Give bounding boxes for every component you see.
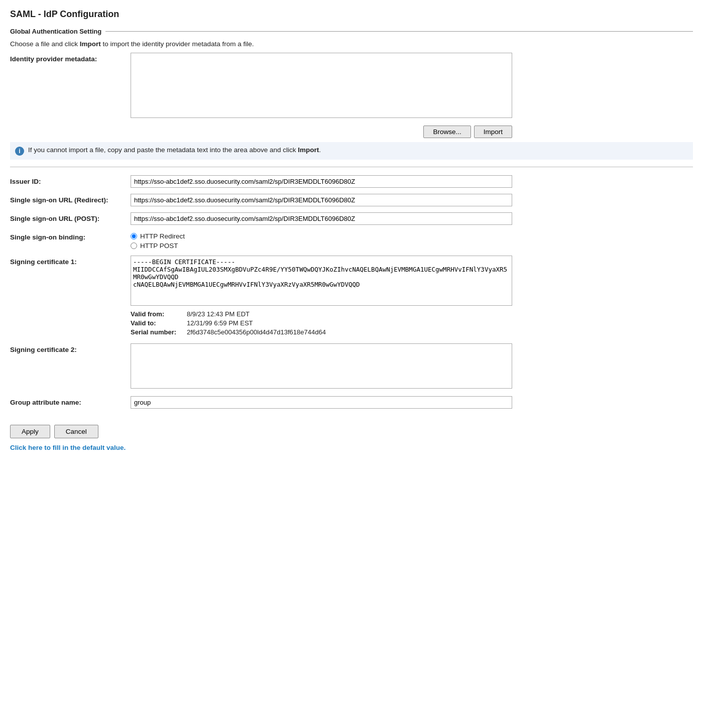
- info-text: If you cannot import a file, copy and pa…: [28, 146, 321, 154]
- group-attr-label: Group attribute name:: [10, 396, 131, 406]
- sso-url-redirect-label: Single sign-on URL (Redirect):: [10, 194, 131, 204]
- signing-cert2-row: Signing certificate 2:: [10, 343, 693, 390]
- browse-button[interactable]: Browse...: [423, 126, 471, 138]
- import-action-text: Import: [80, 40, 101, 48]
- binding-redirect-label: HTTP Redirect: [140, 232, 185, 240]
- section-divider: [10, 167, 693, 167]
- info-import-text: Import: [298, 146, 319, 154]
- sso-url-redirect-control: [131, 194, 512, 206]
- sso-url-post-control: [131, 212, 512, 225]
- signing-cert2-label: Signing certificate 2:: [10, 343, 131, 353]
- cert1-valid-from-row: Valid from: 8/9/23 12:43 PM EDT: [131, 310, 512, 318]
- metadata-label: Identity provider metadata:: [10, 53, 131, 63]
- apply-button[interactable]: Apply: [10, 425, 50, 438]
- issuer-id-control: [131, 175, 512, 188]
- cancel-button[interactable]: Cancel: [54, 425, 98, 438]
- signing-cert2-control: [131, 343, 512, 390]
- cert1-serial-row: Serial number: 2f6d3748c5e004356p00ld4d4…: [131, 328, 512, 336]
- group-attr-row: Group attribute name:: [10, 396, 693, 409]
- action-buttons: Apply Cancel: [10, 425, 693, 438]
- signing-cert2-textarea[interactable]: [131, 343, 512, 389]
- info-bar: i If you cannot import a file, copy and …: [10, 142, 693, 160]
- metadata-control: [131, 53, 512, 119]
- sso-binding-row: Single sign-on binding: HTTP Redirect HT…: [10, 231, 693, 250]
- info-icon: i: [15, 147, 24, 156]
- signing-cert1-row: Signing certificate 1: -----BEGIN CERTIF…: [10, 256, 693, 337]
- browse-import-row: Browse... Import: [131, 126, 512, 138]
- import-description: Choose a file and click Import to import…: [10, 40, 693, 48]
- metadata-row: Identity provider metadata:: [10, 53, 693, 119]
- import-button[interactable]: Import: [474, 126, 512, 138]
- page-title: SAML - IdP Configuration: [10, 9, 693, 20]
- signing-cert1-textarea[interactable]: -----BEGIN CERTIFICATE----- MIIDDCCAfSgA…: [131, 256, 512, 306]
- cert1-valid-to-label: Valid to:: [131, 319, 181, 327]
- cert1-serial-label: Serial number:: [131, 328, 181, 336]
- issuer-id-input[interactable]: [131, 175, 512, 188]
- issuer-id-label: Issuer ID:: [10, 175, 131, 185]
- cert1-serial-value: 2f6d3748c5e004356p00ld4d47d13f618e744d64: [187, 328, 326, 336]
- binding-post-option[interactable]: HTTP POST: [131, 242, 512, 250]
- sso-url-redirect-input[interactable]: [131, 194, 512, 206]
- cert1-valid-from-label: Valid from:: [131, 310, 181, 318]
- signing-cert1-control: -----BEGIN CERTIFICATE----- MIIDDCCAfSgA…: [131, 256, 512, 337]
- binding-redirect-option[interactable]: HTTP Redirect: [131, 232, 512, 240]
- section-legend: Global Authentication Setting: [10, 28, 105, 35]
- binding-post-radio[interactable]: [131, 242, 137, 249]
- sso-url-post-label: Single sign-on URL (POST):: [10, 212, 131, 222]
- sso-url-post-row: Single sign-on URL (POST):: [10, 212, 693, 225]
- signing-cert1-label: Signing certificate 1:: [10, 256, 131, 266]
- issuer-id-row: Issuer ID:: [10, 175, 693, 188]
- global-auth-section: Global Authentication Setting Choose a f…: [10, 28, 693, 415]
- sso-binding-control: HTTP Redirect HTTP POST: [131, 231, 512, 250]
- default-value-link[interactable]: Click here to fill in the default value.: [10, 444, 126, 451]
- cert1-valid-to-value: 12/31/99 6:59 PM EST: [187, 319, 253, 327]
- cert1-valid-to-row: Valid to: 12/31/99 6:59 PM EST: [131, 319, 512, 327]
- binding-post-label: HTTP POST: [140, 242, 178, 250]
- group-attr-control: [131, 396, 512, 409]
- sso-url-redirect-row: Single sign-on URL (Redirect):: [10, 194, 693, 206]
- group-attr-input[interactable]: [131, 396, 512, 409]
- cert1-valid-from-value: 8/9/23 12:43 PM EDT: [187, 310, 250, 318]
- metadata-textarea[interactable]: [131, 53, 512, 118]
- cert1-details: Valid from: 8/9/23 12:43 PM EDT Valid to…: [131, 310, 512, 336]
- binding-redirect-radio[interactable]: [131, 233, 137, 239]
- sso-url-post-input[interactable]: [131, 212, 512, 225]
- sso-binding-label: Single sign-on binding:: [10, 231, 131, 241]
